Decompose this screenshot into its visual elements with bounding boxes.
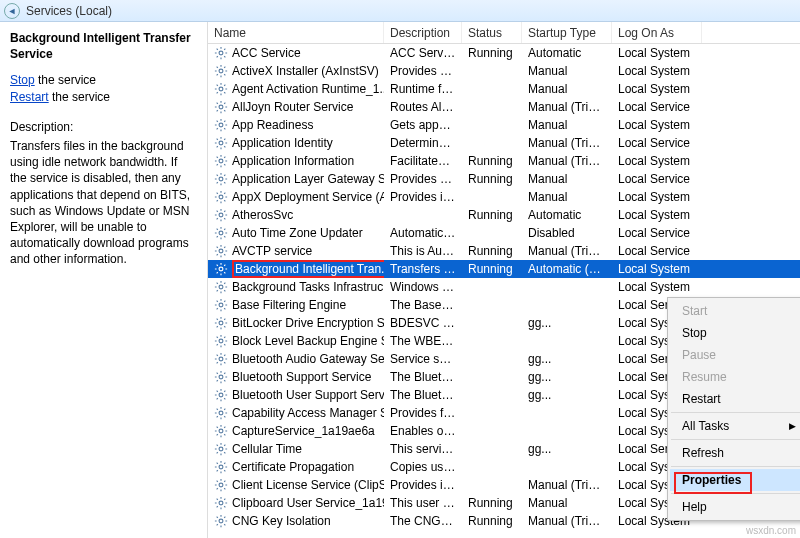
service-name-cell: Client License Service (ClipSV... — [208, 478, 384, 492]
service-desc: Automaticall... — [384, 226, 462, 240]
service-status: Running — [462, 46, 522, 60]
service-name: Application Identity — [232, 136, 333, 150]
service-name: Certificate Propagation — [232, 460, 354, 474]
service-row[interactable]: AllJoyn Router ServiceRoutes AllJo...Man… — [208, 98, 800, 116]
service-startup: Manual (Trigg... — [522, 154, 612, 168]
service-status: Running — [462, 208, 522, 222]
service-name-cell: CaptureService_1a19ae6a — [208, 424, 384, 438]
menu-pause: Pause — [670, 344, 800, 366]
menu-start: Start — [670, 300, 800, 322]
service-row[interactable]: Application IdentityDetermines ...Manual… — [208, 134, 800, 152]
menu-all-tasks[interactable]: All Tasks ▶ — [670, 415, 800, 437]
service-name-cell: ACC Service — [208, 46, 384, 60]
col-header-name[interactable]: Name — [208, 22, 384, 43]
service-startup: Disabled — [522, 226, 612, 240]
service-logon: Local Service — [612, 172, 702, 186]
header-title: Services (Local) — [26, 4, 112, 18]
gear-icon — [214, 478, 228, 492]
service-actions: Stop the service Restart the service — [10, 72, 197, 104]
service-row[interactable]: Agent Activation Runtime_1...Runtime for… — [208, 80, 800, 98]
services-list-pane: Name Description Status Startup Type Log… — [208, 22, 800, 538]
svg-point-23 — [219, 465, 223, 469]
service-status: Running — [462, 514, 522, 528]
service-row[interactable]: Background Intelligent Tran...Transfers … — [208, 260, 800, 278]
col-header-status[interactable]: Status — [462, 22, 522, 43]
svg-point-8 — [219, 195, 223, 199]
gear-icon — [214, 334, 228, 348]
service-row[interactable]: AVCTP serviceThis is Audio...RunningManu… — [208, 242, 800, 260]
service-desc: Provides infr... — [384, 190, 462, 204]
service-desc: Windows inf... — [384, 280, 462, 294]
service-name: Background Tasks Infrastruc... — [232, 280, 384, 294]
service-row[interactable]: ActiveX Installer (AxInstSV)Provides Use… — [208, 62, 800, 80]
service-startup: Manual — [522, 118, 612, 132]
service-name: Base Filtering Engine — [232, 298, 346, 312]
gear-icon — [214, 280, 228, 294]
col-header-startup[interactable]: Startup Type — [522, 22, 612, 43]
service-logon: Local Service — [612, 136, 702, 150]
col-header-description[interactable]: Description — [384, 22, 462, 43]
service-startup: Automatic — [522, 208, 612, 222]
service-logon: Local Service — [612, 100, 702, 114]
restart-suffix: the service — [49, 90, 110, 104]
svg-point-6 — [219, 159, 223, 163]
gear-icon — [214, 496, 228, 510]
service-desc: Facilitates th... — [384, 154, 462, 168]
svg-point-10 — [219, 231, 223, 235]
service-desc: The WBENGI... — [384, 334, 462, 348]
menu-restart[interactable]: Restart — [670, 388, 800, 410]
service-row[interactable]: AtherosSvcRunningAutomaticLocal System — [208, 206, 800, 224]
service-row[interactable]: ACC ServiceACC ServiceRunningAutomaticLo… — [208, 44, 800, 62]
service-name: ActiveX Installer (AxInstSV) — [232, 64, 379, 78]
gear-icon — [214, 316, 228, 330]
stop-service-link[interactable]: Stop — [10, 73, 35, 87]
gear-icon — [214, 298, 228, 312]
service-row[interactable]: Background Tasks Infrastruc...Windows in… — [208, 278, 800, 296]
service-logon: Local System — [612, 190, 702, 204]
service-startup: Manual (Trigg... — [522, 100, 612, 114]
svg-point-24 — [219, 483, 223, 487]
gear-icon — [214, 352, 228, 366]
service-logon: Local System — [612, 118, 702, 132]
service-name: Agent Activation Runtime_1... — [232, 82, 384, 96]
gear-icon — [214, 424, 228, 438]
service-name-cell: Application Identity — [208, 136, 384, 150]
service-row[interactable]: Auto Time Zone UpdaterAutomaticall...Dis… — [208, 224, 800, 242]
service-startup: Automatic — [522, 46, 612, 60]
service-desc: The CNG ke... — [384, 514, 462, 528]
service-desc: ACC Service — [384, 46, 462, 60]
back-icon[interactable]: ◄ — [4, 3, 20, 19]
col-header-logon[interactable]: Log On As — [612, 22, 702, 43]
gear-icon — [214, 154, 228, 168]
service-status: Running — [462, 496, 522, 510]
service-desc: Service supp... — [384, 352, 462, 366]
service-row[interactable]: App ReadinessGets apps re...ManualLocal … — [208, 116, 800, 134]
description-label: Description: — [10, 119, 197, 135]
service-name-cell: Agent Activation Runtime_1... — [208, 82, 384, 96]
gear-icon — [214, 370, 228, 384]
svg-point-0 — [219, 51, 223, 55]
service-name-cell: Bluetooth Support Service — [208, 370, 384, 384]
svg-point-13 — [219, 285, 223, 289]
service-row[interactable]: AppX Deployment Service (A...Provides in… — [208, 188, 800, 206]
restart-service-link[interactable]: Restart — [10, 90, 49, 104]
menu-refresh[interactable]: Refresh — [670, 442, 800, 464]
gear-icon — [214, 208, 228, 222]
service-logon: Local System — [612, 64, 702, 78]
svg-point-21 — [219, 429, 223, 433]
service-logon: Local System — [612, 46, 702, 60]
menu-properties[interactable]: Properties — [670, 469, 800, 491]
menu-stop[interactable]: Stop — [670, 322, 800, 344]
service-name-cell: Application Layer Gateway S... — [208, 172, 384, 186]
service-name: CaptureService_1a19ae6a — [232, 424, 375, 438]
service-row[interactable]: Application Layer Gateway S...Provides s… — [208, 170, 800, 188]
service-status: Running — [462, 262, 522, 276]
svg-point-18 — [219, 375, 223, 379]
gear-icon — [214, 460, 228, 474]
menu-separator — [671, 493, 800, 494]
gear-icon — [214, 406, 228, 420]
service-name: Background Intelligent Tran... — [235, 262, 384, 276]
service-name: Application Layer Gateway S... — [232, 172, 384, 186]
menu-help[interactable]: Help — [670, 496, 800, 518]
service-row[interactable]: Application InformationFacilitates th...… — [208, 152, 800, 170]
